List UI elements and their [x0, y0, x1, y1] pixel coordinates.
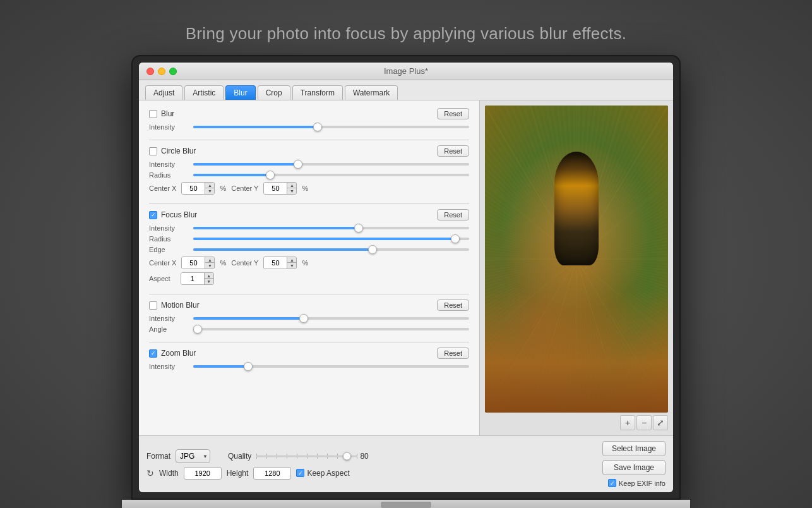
- circle-blur-checkbox[interactable]: [149, 147, 157, 155]
- tab-blur[interactable]: Blur: [225, 85, 255, 100]
- circle-center-x-pct: %: [220, 184, 226, 192]
- separator-1: [149, 140, 469, 140]
- window-title: Image Plus*: [384, 66, 428, 76]
- circle-center-y-down[interactable]: ▼: [287, 188, 296, 194]
- tab-transform[interactable]: Transform: [292, 85, 343, 100]
- format-select[interactable]: JPG PNG TIFF BMP: [176, 449, 210, 463]
- tagline: Bring your photo into focus by applying …: [186, 24, 627, 44]
- leaves-foreground: [485, 290, 668, 413]
- app-content: Blur Reset Intensity: [139, 100, 673, 435]
- circle-center-y-arrows[interactable]: ▲ ▼: [287, 183, 296, 194]
- circle-center-x-arrows[interactable]: ▲ ▼: [205, 183, 214, 194]
- motion-blur-intensity-slider[interactable]: [193, 317, 469, 320]
- keep-exif-checkbox[interactable]: ✓: [608, 479, 616, 487]
- zoom-fit-button[interactable]: ⤢: [653, 415, 668, 430]
- refresh-icon[interactable]: ↻: [146, 468, 154, 478]
- maximize-button[interactable]: [169, 68, 177, 75]
- blur-title-row: Blur: [149, 109, 174, 118]
- tabs-bar: Adjust Artistic Blur Crop Transform Wate…: [139, 80, 673, 100]
- keep-aspect-row: ✓ Keep Aspect: [296, 469, 349, 478]
- focus-aspect-input[interactable]: [181, 273, 204, 284]
- focus-center-x-arrows[interactable]: ▲ ▼: [205, 257, 214, 269]
- screen-inner: Image Plus* Adjust Artistic Blur Crop Tr…: [139, 63, 673, 492]
- tab-crop[interactable]: Crop: [258, 85, 290, 100]
- minimize-button[interactable]: [158, 68, 165, 75]
- title-bar: Image Plus*: [139, 63, 673, 80]
- focus-blur-reset-button[interactable]: Reset: [437, 209, 469, 221]
- circle-center-x-input[interactable]: [182, 183, 205, 194]
- keep-aspect-label: Keep Aspect: [307, 469, 349, 478]
- focus-center-x-up[interactable]: ▲: [205, 257, 214, 263]
- focus-center-x-down[interactable]: ▼: [205, 263, 214, 269]
- zoom-blur-intensity-row: Intensity: [149, 363, 469, 370]
- blur-intensity-slider[interactable]: [193, 126, 469, 128]
- focus-center-x-pct: %: [220, 259, 226, 267]
- focus-center-x-spinbox[interactable]: ▲ ▼: [181, 257, 215, 269]
- blur-reset-button[interactable]: Reset: [437, 108, 469, 119]
- trees-background: [595, 106, 668, 290]
- zoom-blur-reset-button[interactable]: Reset: [437, 348, 469, 359]
- width-label: Width: [159, 469, 179, 478]
- circle-blur-intensity-slider[interactable]: [193, 163, 469, 166]
- focus-center-y-down[interactable]: ▼: [287, 263, 296, 269]
- focus-center-y-up[interactable]: ▲: [287, 257, 296, 263]
- circle-blur-reset-button[interactable]: Reset: [437, 145, 469, 157]
- quality-ticks: [256, 454, 357, 459]
- motion-blur-reset-button[interactable]: Reset: [437, 299, 469, 311]
- focus-aspect-up[interactable]: ▲: [205, 273, 213, 279]
- photo-display: [485, 106, 668, 413]
- focus-center-y-arrows[interactable]: ▲ ▼: [287, 257, 296, 269]
- focus-blur-checkbox[interactable]: ✓: [149, 211, 157, 219]
- circle-center-y-spinbox[interactable]: ▲ ▼: [263, 182, 297, 195]
- focus-aspect-arrows[interactable]: ▲ ▼: [204, 273, 213, 284]
- height-label: Height: [227, 469, 249, 478]
- focus-blur-intensity-row: Intensity: [149, 224, 469, 232]
- focus-aspect-down[interactable]: ▼: [205, 279, 213, 284]
- tab-adjust[interactable]: Adjust: [145, 85, 182, 100]
- zoom-blur-intensity-slider[interactable]: [193, 365, 469, 368]
- right-panel: + − ⤢: [480, 100, 673, 435]
- zoom-blur-header: ✓ Zoom Blur Reset: [149, 348, 469, 359]
- zoom-in-button[interactable]: +: [620, 415, 635, 430]
- zoom-blur-checkbox[interactable]: ✓: [149, 349, 157, 358]
- tab-artistic[interactable]: Artistic: [184, 85, 224, 100]
- motion-blur-intensity-row: Intensity: [149, 315, 469, 322]
- focus-center-y-input[interactable]: [264, 257, 287, 269]
- blur-intensity-row: Intensity: [149, 123, 469, 131]
- tab-watermark[interactable]: Watermark: [345, 85, 398, 100]
- motion-blur-checkbox[interactable]: [149, 301, 157, 310]
- focus-blur-edge-label: Edge: [149, 246, 193, 253]
- keep-aspect-checkbox[interactable]: ✓: [296, 469, 304, 477]
- focus-center-x-label: Center X: [149, 259, 176, 267]
- focus-center-y-spinbox[interactable]: ▲ ▼: [263, 257, 297, 269]
- circle-blur-intensity-row: Intensity: [149, 160, 469, 168]
- circle-blur-radius-slider[interactable]: [193, 174, 469, 176]
- focus-blur-title-row: ✓ Focus Blur: [149, 210, 197, 219]
- circle-center-x-up[interactable]: ▲: [205, 183, 214, 188]
- circle-center-y-up[interactable]: ▲: [287, 183, 296, 188]
- circle-center-y-input[interactable]: [264, 183, 287, 194]
- circle-center-y-pct: %: [302, 184, 308, 192]
- motion-blur-angle-slider[interactable]: [193, 328, 469, 330]
- focus-blur-edge-slider[interactable]: [193, 248, 469, 251]
- circle-blur-radius-label: Radius: [149, 171, 193, 179]
- select-image-button[interactable]: Select Image: [602, 441, 666, 456]
- focus-blur-section: ✓ Focus Blur Reset Intensity: [149, 209, 469, 285]
- circle-center-x-spinbox[interactable]: ▲ ▼: [181, 182, 215, 195]
- height-input[interactable]: [253, 467, 291, 480]
- circle-center-x-down[interactable]: ▼: [205, 188, 214, 194]
- focus-blur-radius-slider[interactable]: [193, 238, 469, 240]
- traffic-lights: [146, 68, 177, 75]
- quality-slider-thumb[interactable]: [343, 452, 351, 460]
- save-image-button[interactable]: Save Image: [602, 460, 666, 475]
- width-input[interactable]: [184, 467, 222, 480]
- focus-center-x-input[interactable]: [182, 257, 205, 269]
- focus-blur-intensity-slider[interactable]: [193, 227, 469, 229]
- focus-aspect-spinbox[interactable]: ▲ ▼: [181, 272, 214, 285]
- blur-checkbox[interactable]: [149, 110, 157, 118]
- format-select-wrap[interactable]: JPG PNG TIFF BMP: [176, 449, 210, 463]
- close-button[interactable]: [146, 68, 154, 75]
- zoom-out-button[interactable]: −: [636, 415, 652, 430]
- focus-blur-radius-label: Radius: [149, 235, 193, 243]
- quality-slider-track-container[interactable]: [256, 451, 357, 461]
